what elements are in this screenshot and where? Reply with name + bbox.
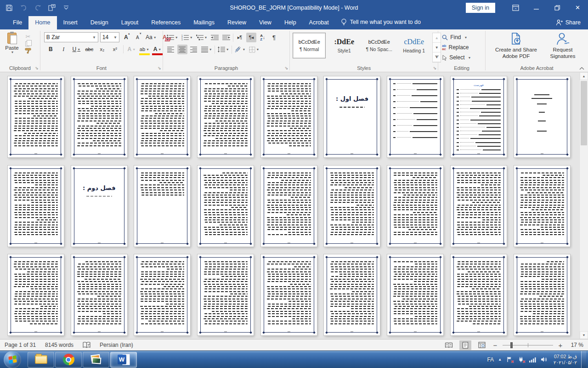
tab-layout[interactable]: Layout xyxy=(115,16,145,29)
page-thumbnail[interactable] xyxy=(71,254,127,335)
restore-button[interactable] xyxy=(547,0,567,15)
increase-indent-button[interactable] xyxy=(221,33,232,42)
paragraph-dialog-launcher-icon[interactable]: ⇘ xyxy=(285,66,288,70)
tab-insert[interactable]: Insert xyxy=(57,16,84,29)
rtl-direction-button[interactable]: ¶◂ xyxy=(246,33,256,42)
page-thumbnail[interactable] xyxy=(261,166,317,247)
page-thumbnail[interactable] xyxy=(387,254,443,335)
zoom-in-icon[interactable]: + xyxy=(558,341,563,349)
redo-icon[interactable] xyxy=(34,4,41,12)
font-size-combo[interactable]: 14▼ xyxy=(100,32,119,42)
subscript-button[interactable]: x₂ xyxy=(97,44,107,54)
select-button[interactable]: Select▼ xyxy=(442,53,471,62)
page-thumbnail[interactable] xyxy=(387,166,443,247)
ltr-direction-button[interactable]: ▸¶ xyxy=(235,33,245,42)
highlight-caret-icon[interactable]: ▼ xyxy=(146,48,149,51)
page-thumbnail[interactable] xyxy=(261,76,317,157)
font-color-caret-icon[interactable]: ▼ xyxy=(158,48,161,51)
power-plug-icon[interactable]: ✕ xyxy=(517,356,525,363)
tab-help[interactable]: Help xyxy=(278,16,303,29)
page-indicator[interactable]: Page 1 of 31 xyxy=(5,342,36,348)
page-thumbnail[interactable] xyxy=(451,254,507,335)
page-thumbnail[interactable] xyxy=(324,254,380,335)
change-case-button[interactable]: Aa▼ xyxy=(144,32,158,42)
decrease-indent-button[interactable] xyxy=(210,33,220,42)
font-dialog-launcher-icon[interactable]: ⇘ xyxy=(158,66,161,70)
align-center-button[interactable] xyxy=(177,45,187,54)
shading-button[interactable]: ▼ xyxy=(233,45,247,54)
minimize-button[interactable] xyxy=(526,0,547,15)
format-painter-icon[interactable] xyxy=(25,48,31,54)
page-thumbnail[interactable] xyxy=(261,254,317,335)
zoom-out-icon[interactable]: − xyxy=(492,341,498,349)
align-right-button[interactable] xyxy=(189,45,199,54)
scroll-up-icon[interactable]: ▲ xyxy=(580,72,588,80)
style-item-3[interactable]: bCcDdEe¶ No Spac... xyxy=(362,33,396,58)
taskbar-word-button[interactable]: W xyxy=(110,352,137,368)
page-thumbnail[interactable] xyxy=(134,166,190,247)
tell-me-box[interactable]: Tell me what you want to do xyxy=(335,15,426,29)
read-mode-icon[interactable] xyxy=(443,340,455,350)
action-center-flag-icon[interactable]: ✕ xyxy=(506,356,513,363)
font-name-caret-icon[interactable]: ▼ xyxy=(90,35,96,40)
page-thumbnail[interactable]: فصل اول : xyxy=(324,76,380,157)
vertical-scrollbar[interactable]: ▲ ▼ xyxy=(579,72,588,339)
touch-mouse-mode-icon[interactable] xyxy=(48,4,56,12)
justify-button[interactable]: ▼ xyxy=(200,45,213,54)
language-indicator[interactable]: Persian (Iran) xyxy=(100,342,133,348)
tab-mailings[interactable]: Mailings xyxy=(187,16,221,29)
text-highlight-button[interactable]: ab▼ xyxy=(140,44,149,54)
page-thumbnail[interactable] xyxy=(198,166,254,247)
font-size-caret-icon[interactable]: ▼ xyxy=(112,35,117,40)
tab-file[interactable]: File xyxy=(6,16,28,29)
save-icon[interactable] xyxy=(6,4,13,12)
page-thumbnail[interactable] xyxy=(198,254,254,335)
page-thumbnail[interactable] xyxy=(8,76,64,157)
taskbar-explorer-button[interactable] xyxy=(28,352,54,368)
show-hide-pilcrow-button[interactable]: ¶ xyxy=(269,33,279,42)
scroll-down-icon[interactable]: ▼ xyxy=(580,331,588,339)
sign-in-button[interactable]: Sign in xyxy=(466,3,495,13)
grow-font-button[interactable]: A▲ xyxy=(121,32,131,42)
taskbar-photo-viewer-button[interactable] xyxy=(83,352,109,368)
show-hidden-icons[interactable]: ▲ xyxy=(498,357,502,362)
word-count[interactable]: 8145 words xyxy=(45,342,74,348)
proofing-icon[interactable] xyxy=(83,342,90,349)
start-button[interactable] xyxy=(4,351,21,368)
language-bar[interactable]: FA xyxy=(487,356,494,363)
font-color-button[interactable]: A▼ xyxy=(153,44,162,54)
underline-caret-icon[interactable]: ▼ xyxy=(77,48,80,51)
underline-button[interactable]: U▼ xyxy=(72,44,81,54)
shrink-font-button[interactable]: A▼ xyxy=(133,32,142,42)
find-button[interactable]: Find▼ xyxy=(442,33,471,42)
page-thumbnail[interactable]: فهرست xyxy=(451,76,507,157)
replace-button[interactable]: abac Replace xyxy=(442,43,471,52)
tab-design[interactable]: Design xyxy=(84,16,115,29)
tab-home[interactable]: Home xyxy=(28,16,57,29)
paste-dropdown-caret[interactable]: ▼ xyxy=(11,51,14,54)
multilevel-list-button[interactable]: ▼ xyxy=(195,33,209,42)
tab-view[interactable]: View xyxy=(253,16,278,29)
print-layout-icon[interactable] xyxy=(459,340,471,350)
numbering-button[interactable]: 123▼ xyxy=(181,33,194,42)
bold-button[interactable]: B xyxy=(46,44,56,54)
ribbon-display-options-icon[interactable] xyxy=(505,0,526,15)
page-thumbnail[interactable] xyxy=(71,76,127,157)
bullets-button[interactable]: ▼ xyxy=(166,33,179,42)
page-thumbnail[interactable] xyxy=(198,76,254,157)
superscript-button[interactable]: x² xyxy=(110,44,120,54)
page-thumbnail[interactable] xyxy=(8,254,64,335)
line-spacing-button[interactable]: ▼ xyxy=(216,45,230,54)
taskbar-chrome-button[interactable] xyxy=(55,352,82,368)
create-share-pdf-button[interactable]: Create and ShareAdobe PDF xyxy=(492,32,540,63)
page-thumbnail[interactable] xyxy=(387,76,443,157)
request-signatures-button[interactable]: x RequestSignatures xyxy=(544,32,582,63)
tab-review[interactable]: Review xyxy=(221,16,253,29)
zoom-level[interactable]: 17 % xyxy=(568,342,583,348)
styles-dialog-launcher-icon[interactable]: ⇘ xyxy=(433,66,437,70)
undo-icon[interactable] xyxy=(20,4,27,12)
style-item-2[interactable]: :DdEeStyle1 xyxy=(328,33,361,58)
italic-button[interactable]: I xyxy=(59,44,68,54)
page-thumbnail[interactable] xyxy=(514,166,570,247)
style-item-1[interactable]: bCcDdEe¶ Normal xyxy=(293,33,326,58)
